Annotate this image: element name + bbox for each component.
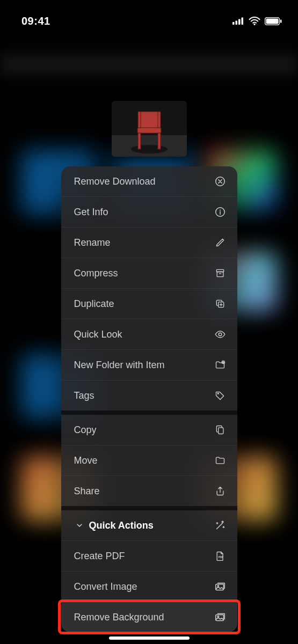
menu-header-label: Quick Actions	[89, 520, 214, 531]
svg-point-4	[253, 24, 255, 25]
menu-group: CopyMoveShare	[61, 411, 237, 506]
menu-item-remove-background[interactable]: Remove Background	[61, 602, 237, 632]
menu-item-new-folder-with-item[interactable]: New Folder with Item	[61, 349, 237, 380]
info-icon	[214, 206, 227, 218]
menu-item-label: Duplicate	[74, 298, 214, 310]
svg-point-25	[217, 393, 219, 394]
svg-rect-16	[158, 112, 161, 128]
archive-icon	[214, 267, 227, 280]
menu-item-label: Tags	[74, 390, 214, 401]
svg-rect-21	[217, 272, 223, 277]
svg-rect-26	[218, 428, 223, 434]
menu-group: Remove DownloadGet InfoRenameCompressDup…	[61, 166, 237, 411]
svg-point-29	[217, 586, 219, 587]
menu-item-label: Remove Download	[74, 176, 214, 187]
menu-item-convert-image[interactable]: Convert Image	[61, 571, 237, 602]
remove-download-icon	[214, 175, 227, 188]
svg-point-10	[131, 145, 168, 153]
image-stack-icon	[214, 611, 227, 624]
menu-item-move[interactable]: Move	[61, 445, 237, 475]
folder-icon	[214, 454, 227, 467]
wifi-icon	[249, 17, 260, 25]
svg-rect-1	[236, 21, 238, 25]
menu-item-label: Move	[74, 455, 214, 466]
svg-rect-6	[266, 18, 279, 24]
menu-item-copy[interactable]: Copy	[61, 415, 237, 445]
svg-text:PDF: PDF	[218, 556, 223, 559]
menu-item-share[interactable]: Share	[61, 475, 237, 506]
cellular-icon	[232, 17, 244, 25]
menu-item-label: Convert Image	[74, 581, 214, 592]
file-preview-thumbnail	[112, 101, 187, 157]
status-time: 09:41	[21, 15, 50, 27]
share-icon	[214, 485, 227, 497]
menu-item-get-info[interactable]: Get Info	[61, 196, 237, 227]
duplicate-icon	[214, 297, 227, 310]
svg-rect-7	[280, 19, 282, 23]
image-stack-icon	[214, 580, 227, 593]
menu-item-remove-download[interactable]: Remove Download	[61, 166, 237, 196]
menu-item-duplicate[interactable]: Duplicate	[61, 288, 237, 319]
status-bar: 09:41	[0, 0, 298, 32]
copy-icon	[214, 423, 227, 436]
folder-plus-icon	[214, 358, 227, 371]
tag-icon	[214, 389, 227, 402]
menu-item-label: Remove Background	[74, 612, 214, 623]
svg-rect-15	[138, 112, 141, 128]
svg-rect-28	[215, 584, 223, 590]
menu-group: Quick ActionsCreate PDFPDFConvert ImageR…	[61, 506, 237, 632]
eye-icon	[214, 328, 227, 341]
svg-point-31	[217, 616, 219, 618]
menu-item-label: Rename	[74, 237, 214, 248]
menu-item-rename[interactable]: Rename	[61, 227, 237, 258]
svg-rect-13	[138, 133, 141, 149]
home-indicator	[109, 636, 190, 640]
svg-rect-0	[232, 22, 235, 25]
menu-item-tags[interactable]: Tags	[61, 380, 237, 411]
menu-item-label: Compress	[74, 268, 214, 279]
svg-point-19	[219, 210, 220, 211]
menu-item-compress[interactable]: Compress	[61, 258, 237, 288]
svg-rect-3	[242, 18, 244, 25]
svg-rect-2	[238, 19, 241, 25]
pencil-icon	[214, 236, 227, 249]
menu-item-label: Copy	[74, 425, 214, 436]
menu-item-quick-look[interactable]: Quick Look	[61, 319, 237, 349]
chevron-down-icon	[74, 520, 85, 531]
menu-item-label: New Folder with Item	[74, 360, 214, 371]
battery-icon	[265, 17, 282, 25]
menu-item-create-pdf[interactable]: Create PDFPDF	[61, 540, 237, 571]
quick-actions-header[interactable]: Quick Actions	[61, 510, 237, 540]
sparkle-wand-icon	[214, 519, 227, 532]
context-menu: Remove DownloadGet InfoRenameCompressDup…	[61, 166, 237, 632]
pdf-icon: PDF	[214, 550, 227, 562]
menu-item-label: Create PDF	[74, 551, 214, 562]
menu-item-label: Share	[74, 486, 214, 497]
svg-rect-30	[215, 614, 223, 620]
svg-rect-12	[137, 128, 161, 133]
svg-point-23	[219, 333, 222, 336]
menu-item-label: Quick Look	[74, 329, 214, 340]
svg-rect-11	[139, 112, 160, 129]
menu-item-label: Get Info	[74, 207, 214, 218]
svg-rect-14	[158, 133, 161, 149]
